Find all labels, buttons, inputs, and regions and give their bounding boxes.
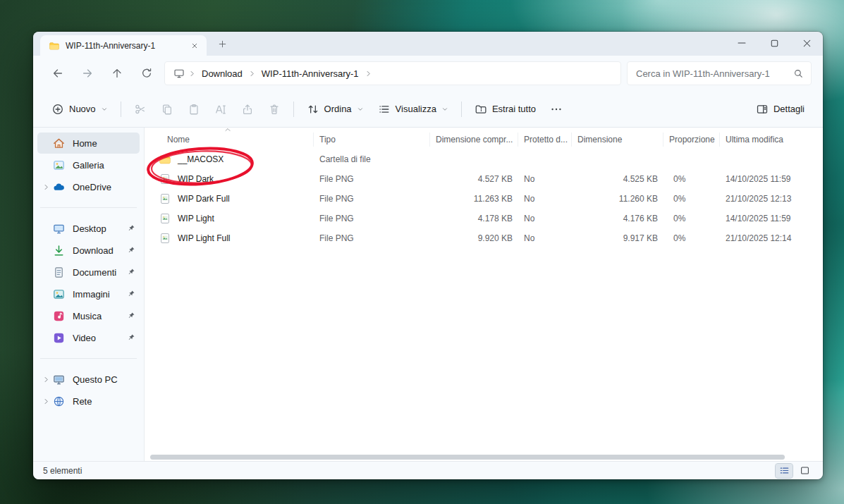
details-view-toggle[interactable] bbox=[776, 464, 793, 478]
pin-icon bbox=[126, 290, 137, 298]
file-name: WIP Light Full bbox=[178, 233, 230, 243]
this-pc-icon bbox=[51, 372, 66, 387]
rename-button[interactable] bbox=[207, 97, 234, 122]
chevron-right-icon[interactable] bbox=[40, 376, 51, 383]
paste-button[interactable] bbox=[181, 97, 207, 122]
file-compressed-size: 9.920 KB bbox=[430, 233, 518, 243]
chevron-right-icon[interactable] bbox=[40, 183, 51, 191]
file-row-wip-light-full[interactable]: WIP Light Full File PNG 9.920 KB No 9.91… bbox=[145, 228, 823, 248]
refresh-button[interactable] bbox=[132, 61, 161, 86]
column-header-type[interactable]: Tipo bbox=[314, 133, 430, 147]
pin-icon bbox=[126, 333, 137, 342]
video-icon bbox=[51, 331, 66, 345]
sidebar-item-label: Desktop bbox=[73, 223, 126, 234]
view-button[interactable]: Visualizza bbox=[371, 97, 455, 122]
breadcrumb[interactable]: Download WIP-11th-Anniversary-1 bbox=[164, 61, 621, 85]
file-type: File PNG bbox=[314, 233, 430, 243]
file-protected: No bbox=[518, 214, 572, 223]
file-compressed-size: 4.527 KB bbox=[430, 174, 518, 184]
sidebar-item-label: Download bbox=[73, 245, 126, 256]
column-header-size[interactable]: Dimensione bbox=[572, 133, 663, 147]
breadcrumb-item-current-folder[interactable]: WIP-11th-Anniversary-1 bbox=[257, 66, 364, 82]
toolbar-divider bbox=[121, 102, 121, 117]
gallery-icon bbox=[51, 158, 66, 173]
column-header-protected[interactable]: Protetto d... bbox=[518, 133, 572, 147]
sidebar-item-documents[interactable]: Documenti bbox=[37, 262, 140, 283]
sidebar-item-gallery[interactable]: Galleria bbox=[37, 154, 140, 176]
file-compressed-size: 4.178 KB bbox=[430, 214, 518, 223]
file-row-wip-dark-full[interactable]: WIP Dark Full File PNG 11.263 KB No 11.2… bbox=[145, 189, 823, 209]
more-options-button[interactable] bbox=[543, 97, 570, 122]
new-button[interactable]: Nuovo bbox=[44, 97, 115, 122]
column-header-ratio[interactable]: Proporzione bbox=[663, 133, 720, 147]
back-button[interactable] bbox=[43, 61, 73, 86]
file-name: WIP Light bbox=[178, 214, 214, 223]
delete-button[interactable] bbox=[261, 97, 288, 122]
details-pane-button[interactable]: Dettagli bbox=[749, 97, 812, 122]
cut-button[interactable] bbox=[127, 97, 154, 122]
file-modified: 21/10/2025 12:13 bbox=[720, 194, 823, 204]
sidebar-item-music[interactable]: Musica bbox=[37, 305, 140, 326]
file-type: File PNG bbox=[314, 214, 430, 223]
png-file-icon bbox=[159, 192, 171, 205]
tab-title: WIP-11th-Anniversary-1 bbox=[66, 41, 183, 51]
sidebar-item-home[interactable]: Home bbox=[37, 133, 140, 154]
file-row-wip-dark[interactable]: WIP Dark File PNG 4.527 KB No 4.525 KB 0… bbox=[145, 169, 823, 189]
column-header-compressed-size[interactable]: Dimensione compr... bbox=[430, 133, 518, 147]
tab-close-button[interactable] bbox=[188, 39, 201, 52]
sidebar-separator bbox=[40, 207, 137, 208]
sort-ascending-icon bbox=[224, 125, 232, 136]
file-size: 4.525 KB bbox=[572, 174, 663, 184]
copy-button[interactable] bbox=[154, 97, 181, 122]
file-list-pane: Nome Tipo Dimensione compr... Protetto d… bbox=[145, 128, 823, 461]
sidebar-item-label: Immagini bbox=[73, 289, 126, 300]
large-icons-view-toggle[interactable] bbox=[796, 464, 813, 478]
extract-all-button[interactable]: Estrai tutto bbox=[467, 97, 543, 122]
pin-icon bbox=[126, 246, 137, 254]
file-protected: No bbox=[518, 174, 572, 184]
png-file-icon bbox=[159, 173, 171, 185]
sidebar-item-this-pc[interactable]: Questo PC bbox=[37, 369, 140, 390]
this-pc-icon[interactable] bbox=[171, 68, 188, 79]
new-tab-button[interactable] bbox=[212, 34, 232, 54]
scrollbar-thumb[interactable] bbox=[150, 455, 785, 460]
file-row-wip-light[interactable]: WIP Light File PNG 4.178 KB No 4.176 KB … bbox=[145, 209, 823, 228]
minimize-button[interactable] bbox=[726, 32, 758, 54]
up-button[interactable] bbox=[102, 61, 132, 86]
sidebar-item-label: Rete bbox=[73, 396, 137, 407]
file-ratio: 0% bbox=[663, 194, 720, 204]
close-button[interactable] bbox=[790, 32, 823, 54]
search-icon[interactable] bbox=[793, 68, 804, 79]
sidebar-item-network[interactable]: Rete bbox=[37, 391, 140, 412]
explorer-tab[interactable]: WIP-11th-Anniversary-1 bbox=[40, 35, 207, 56]
search-input[interactable] bbox=[635, 68, 789, 80]
maximize-button[interactable] bbox=[758, 32, 790, 54]
file-rows: __MACOSX Cartella di file WIP Dark bbox=[145, 149, 823, 461]
download-icon bbox=[51, 243, 66, 258]
breadcrumb-item-download[interactable]: Download bbox=[197, 66, 247, 82]
sidebar-item-onedrive[interactable]: OneDrive bbox=[37, 176, 140, 197]
sidebar-item-pictures[interactable]: Immagini bbox=[37, 283, 140, 305]
file-type: File PNG bbox=[314, 194, 430, 204]
items-count: 5 elementi bbox=[43, 466, 82, 476]
details-pane-label: Dettagli bbox=[773, 104, 805, 114]
toolbar-divider bbox=[461, 102, 462, 117]
file-row-macosx[interactable]: __MACOSX Cartella di file bbox=[145, 149, 823, 169]
view-toggles bbox=[776, 464, 813, 478]
chevron-down-icon bbox=[357, 106, 364, 113]
sidebar-item-label: Documenti bbox=[73, 267, 126, 278]
sort-button[interactable]: Ordina bbox=[300, 97, 371, 122]
sidebar-item-label: Questo PC bbox=[73, 374, 137, 385]
chevron-right-icon[interactable] bbox=[40, 398, 51, 405]
sidebar-item-desktop[interactable]: Desktop bbox=[37, 218, 140, 239]
file-ratio: 0% bbox=[663, 174, 720, 184]
forward-button[interactable] bbox=[73, 61, 102, 86]
sidebar-item-videos[interactable]: Video bbox=[37, 327, 140, 348]
search-box bbox=[627, 61, 812, 85]
pin-icon bbox=[126, 312, 137, 320]
share-button[interactable] bbox=[234, 97, 261, 122]
column-header-modified[interactable]: Ultima modifica bbox=[720, 133, 823, 147]
sidebar-item-label: Video bbox=[73, 333, 126, 343]
sidebar-item-download[interactable]: Download bbox=[37, 240, 140, 261]
file-protected: No bbox=[518, 194, 572, 204]
